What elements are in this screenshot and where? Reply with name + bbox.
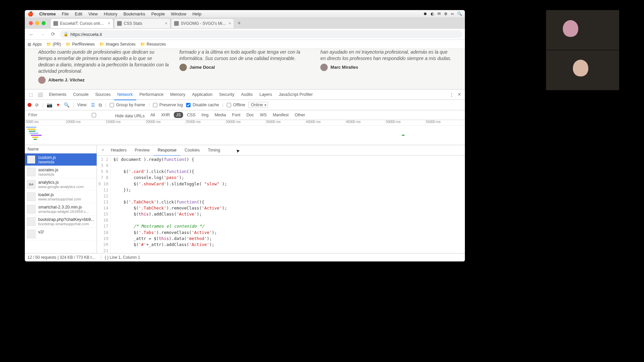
filter-pill-media[interactable]: Media: [212, 112, 228, 118]
tab-close-icon[interactable]: ×: [228, 21, 231, 26]
testimonial-text: formado y a la última en todo aquello qu…: [179, 49, 311, 62]
disable-cache-checkbox[interactable]: Disable cache: [186, 103, 219, 107]
request-row[interactable]: GAanalytics.jswww.google-analytics.com: [25, 178, 97, 191]
timeline-tick: 5000 ms: [25, 120, 65, 125]
detail-tab-timing[interactable]: Timing: [204, 145, 224, 155]
clear-button[interactable]: ⊘: [35, 102, 39, 108]
detail-tab-preview[interactable]: Preview: [131, 145, 154, 155]
filter-pill-all[interactable]: All: [148, 112, 157, 118]
network-timeline[interactable]: 5000 ms10000 ms15000 ms20000 ms25000 ms3…: [25, 120, 465, 145]
filter-pill-doc[interactable]: Doc: [244, 112, 256, 118]
detail-tabs: × HeadersPreviewResponseCookiesTiming: [97, 145, 465, 156]
back-button[interactable]: ←: [28, 32, 35, 37]
request-row[interactable]: bootstrap.php?chatKey=bb9...bootstrap.sm…: [25, 216, 97, 228]
menu-view[interactable]: View: [88, 11, 98, 16]
timeline-tick: 50000 ms: [385, 120, 425, 125]
reload-button[interactable]: ⟳: [50, 31, 57, 37]
devtools-tab-layers[interactable]: Layers: [256, 89, 275, 100]
browser-tab[interactable]: EscuelaIT: Cursos online de D×: [50, 18, 113, 28]
app-name[interactable]: Chrome: [39, 11, 56, 16]
apple-menu-icon[interactable]: 🍎: [28, 11, 33, 16]
menu-bookmarks[interactable]: Bookmarks: [123, 11, 145, 16]
filter-input[interactable]: [28, 112, 69, 118]
filter-pill-xhr[interactable]: XHR: [159, 112, 172, 118]
devtools-tab-javascript-profiler[interactable]: JavaScript Profiler: [275, 89, 316, 100]
bookmark-folder[interactable]: 📁Images Services: [99, 42, 136, 47]
window-maximize-button[interactable]: [42, 21, 46, 25]
record-button[interactable]: [28, 103, 32, 107]
tab-close-icon[interactable]: ×: [108, 21, 110, 26]
filter-pill-ws[interactable]: WS: [258, 112, 269, 118]
devtools-menu-icon[interactable]: ⋮: [447, 92, 456, 97]
menu-file[interactable]: File: [62, 11, 69, 16]
devtools-close-button[interactable]: ×: [456, 92, 463, 98]
filter-pill-manifest[interactable]: Manifest: [270, 112, 291, 118]
large-rows-icon[interactable]: ☰: [91, 102, 95, 108]
window-minimize-button[interactable]: [35, 21, 39, 25]
devtools-tab-audits[interactable]: Audits: [238, 89, 256, 100]
browser-tab[interactable]: SVGOMG - SVGO's Missing G×: [171, 18, 234, 28]
request-row[interactable]: socrates.js/assets/js: [25, 166, 97, 178]
devtools-tab-application[interactable]: Application: [189, 89, 216, 100]
group-by-frame-checkbox[interactable]: Group by frame: [110, 103, 145, 107]
devtools-tab-console[interactable]: Console: [70, 89, 92, 100]
devtools-tab-performance[interactable]: Performance: [136, 89, 167, 100]
device-toolbar-icon[interactable]: ⬜: [36, 90, 44, 99]
hide-data-urls-checkbox[interactable]: Hide data URLs: [72, 112, 145, 118]
request-row[interactable]: loader.jswww.smartsuppchat.com: [25, 191, 97, 203]
menu-help[interactable]: Help: [193, 11, 202, 16]
devtools-tab-network[interactable]: Network: [114, 89, 136, 100]
menubar-extra-icon[interactable]: ✉: [437, 11, 441, 16]
bookmark-folder[interactable]: 📁Resources: [140, 42, 166, 47]
menubar-extra-icon[interactable]: ◐: [431, 11, 434, 16]
request-row[interactable]: smartchat-2.3.20.min.jssmartsupp-widget-…: [25, 203, 97, 216]
close-detail-button[interactable]: ×: [99, 148, 107, 153]
new-tab-button[interactable]: +: [235, 19, 244, 27]
devtools-tab-sources[interactable]: Sources: [92, 89, 114, 100]
detail-tab-cookies[interactable]: Cookies: [180, 145, 204, 155]
filter-pill-other[interactable]: Other: [292, 112, 307, 118]
spotlight-icon[interactable]: 🔍: [457, 11, 462, 16]
browser-tab[interactable]: CSS Stats×: [114, 18, 170, 28]
filter-pill-css[interactable]: CSS: [184, 112, 198, 118]
preserve-log-checkbox[interactable]: Preserve log: [153, 103, 183, 107]
waterfall-icon[interactable]: ⧉: [99, 102, 102, 108]
request-row[interactable]: v2/: [25, 228, 97, 240]
search-icon[interactable]: 🔍: [64, 102, 69, 108]
menubar-extra-icon[interactable]: ⊕: [444, 11, 447, 16]
throttling-select[interactable]: Online: [249, 102, 268, 108]
menubar-extra-icon[interactable]: ∞: [451, 11, 454, 16]
address-bar[interactable]: 🔒 https://escuela.it: [60, 30, 462, 38]
request-name: custom.js: [38, 155, 56, 160]
filter-pill-js[interactable]: JS: [174, 112, 183, 118]
tab-close-icon[interactable]: ×: [165, 21, 167, 26]
detail-tab-headers[interactable]: Headers: [107, 145, 130, 155]
request-row[interactable]: custom.js/assets/js: [25, 154, 97, 166]
bookmark-folder[interactable]: 📁(PR): [46, 42, 61, 47]
menu-window[interactable]: Window: [171, 11, 186, 16]
inspect-element-icon[interactable]: ⬚: [27, 90, 35, 99]
devtools-tab-memory[interactable]: Memory: [167, 89, 189, 100]
menu-edit[interactable]: Edit: [75, 11, 82, 16]
request-detail: × HeadersPreviewResponseCookiesTiming 1 …: [97, 145, 465, 253]
filter-pill-font[interactable]: Font: [230, 112, 243, 118]
timeline-tick: 45000 ms: [345, 120, 385, 125]
request-domain: www.google-analytics.com: [38, 185, 84, 189]
menubar-extra-icon[interactable]: ⏺: [423, 11, 427, 16]
offline-checkbox[interactable]: Offline: [227, 103, 245, 107]
menu-history[interactable]: History: [104, 11, 117, 16]
devtools-tab-elements[interactable]: Elements: [46, 89, 70, 100]
forward-button[interactable]: →: [39, 32, 46, 37]
filter-pill-img[interactable]: Img: [199, 112, 211, 118]
response-body[interactable]: 1 2 3 4 5 6 7 8 9 10 11 12 13 14 15 16 1…: [97, 156, 465, 253]
address-bar-row: ← → ⟳ 🔒 https://escuela.it: [25, 29, 465, 40]
bookmark-folder[interactable]: 📁PerfReviews: [66, 42, 95, 47]
detail-tab-response[interactable]: Response: [154, 145, 180, 156]
menu-people[interactable]: People: [151, 11, 165, 16]
filter-icon[interactable]: ▼: [56, 102, 60, 108]
window-close-button[interactable]: [29, 21, 33, 25]
devtools-tab-security[interactable]: Security: [216, 89, 238, 100]
apps-shortcut[interactable]: ▦Apps: [28, 42, 42, 47]
name-column-header[interactable]: Name: [25, 145, 97, 154]
capture-screenshot-icon[interactable]: 📷: [47, 102, 52, 108]
